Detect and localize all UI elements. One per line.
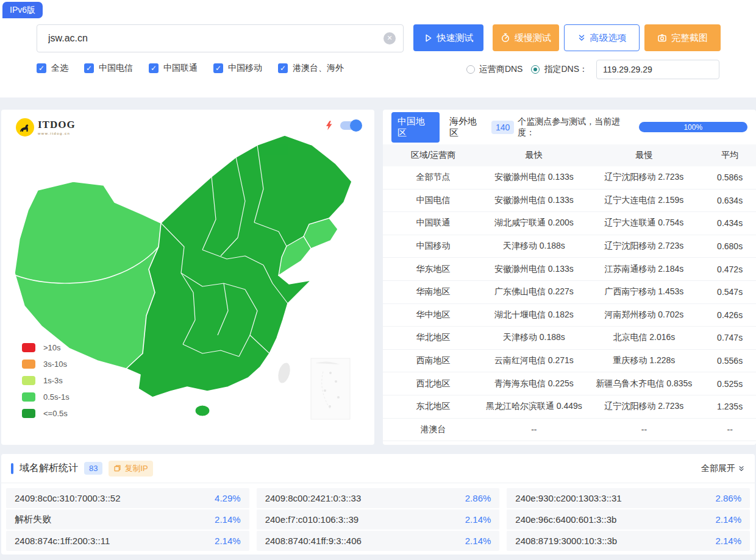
domain-input[interactable]	[37, 33, 383, 44]
tab-overseas-region[interactable]: 海外地区	[443, 112, 491, 143]
isp-checkbox[interactable]: ✓中国联通	[149, 63, 198, 74]
page: IPv6版 × 快速测试 缓慢测试 高级选项 完整截图 ✓全选✓中国电信✓中国联…	[0, 0, 756, 560]
table-cell: 0.556s	[704, 356, 756, 366]
clear-input-icon[interactable]: ×	[383, 32, 396, 44]
table-cell: 中国移动	[383, 241, 483, 252]
stopwatch-icon	[501, 33, 510, 43]
slow-test-label: 缓慢测试	[515, 32, 551, 44]
monitor-count-badge: 140	[491, 121, 514, 134]
legend-item: 1s-3s	[22, 376, 70, 385]
domain-input-wrap: ×	[37, 24, 404, 52]
table-cell: 辽宁沈阳移动 2.723s	[584, 401, 704, 412]
logo-title: ITDOG	[38, 119, 76, 130]
dns-count-badge: 83	[84, 462, 102, 475]
table-cell: 港澳台	[383, 424, 483, 435]
isp-checkbox[interactable]: ✓中国电信	[84, 63, 133, 74]
custom-dns-radio[interactable]: 指定DNS：	[531, 64, 588, 75]
table-cell: 西北地区	[383, 378, 483, 389]
legend-label: <=0.5s	[43, 409, 68, 418]
table-cell: 中国电信	[383, 195, 483, 206]
legend-swatch	[22, 376, 35, 385]
ip-address: 2409:8c00:2421:0:3::33	[265, 493, 362, 503]
table-cell: 湖北十堰电信 0.182s	[483, 310, 584, 321]
full-screenshot-button[interactable]: 完整截图	[644, 24, 721, 51]
table-cell: 辽宁沈阳移动 2.723s	[584, 172, 704, 183]
map-legend: >10s3s-10s1s-3s0.5s-1s<=0.5s	[22, 343, 70, 418]
table-row: 华东地区安徽滁州电信 0.133s江苏南通移动 2.184s0.472s	[383, 258, 756, 281]
table-row: 港澳台------	[383, 419, 756, 442]
checkbox-label: 中国电信	[99, 63, 133, 74]
table-cell: 安徽滁州电信 0.133s	[483, 264, 584, 275]
legend-item: >10s	[22, 343, 70, 352]
table-row: 东北地区黑龙江哈尔滨联通 0.449s辽宁沈阳移动 2.723s1.235s	[383, 395, 756, 419]
ip-stat-item: 2408:8740:41ff:9:3::4062.14%	[257, 531, 500, 551]
slow-test-button[interactable]: 缓慢测试	[493, 24, 559, 51]
checkbox-checked-icon: ✓	[37, 63, 46, 73]
ip-address: 240e:96c:6400:601:3::3b	[515, 514, 616, 525]
custom-dns-label: 指定DNS：	[544, 64, 588, 75]
results-col-header: 最慢	[584, 150, 704, 161]
radio-icon	[466, 65, 475, 74]
carrier-dns-radio[interactable]: 运营商DNS	[466, 64, 523, 75]
ip-address: 2408:8740:41ff:9:3::406	[265, 536, 362, 546]
checkbox-checked-icon: ✓	[278, 63, 288, 73]
ip-stat-item: 2409:8c00:2421:0:3::332.86%	[257, 488, 500, 508]
table-cell: 0.472s	[704, 264, 756, 274]
advanced-options-label: 高级选项	[590, 32, 627, 44]
map-card: ITDOG www.itdog.cn >10s3s-10s1s-3s0.5s-1…	[1, 110, 374, 445]
logo-subtitle: www.itdog.cn	[38, 132, 76, 135]
fast-test-button[interactable]: 快速测试	[413, 24, 483, 51]
ip-address: 解析失败	[15, 514, 51, 525]
checkbox-label: 中国联通	[163, 63, 198, 74]
table-cell: 0.680s	[704, 241, 756, 251]
legend-swatch	[22, 343, 35, 352]
ip-stat-item: 240e:f7:c010:106:3::392.14%	[257, 509, 500, 530]
ip-percent: 2.14%	[465, 514, 491, 525]
table-cell: 辽宁大连联通 0.754s	[584, 218, 704, 229]
legend-swatch	[22, 392, 35, 402]
progress-value: 100%	[683, 123, 702, 132]
isp-checkbox[interactable]: ✓中国移动	[213, 63, 262, 74]
ip-address: 2409:8c0c:310:7000:3::52	[15, 493, 120, 503]
ip-stat-item: 解析失败2.14%	[6, 509, 249, 530]
table-cell: 辽宁大连电信 2.159s	[584, 195, 704, 206]
ip-percent: 2.86%	[715, 493, 741, 503]
table-cell: 天津移动 0.188s	[483, 332, 584, 343]
ip-stat-item: 2409:8c0c:310:7000:3::524.29%	[6, 488, 249, 508]
ip-address: 240e:930:c200:1303:3::31	[515, 493, 621, 503]
isp-checkbox[interactable]: ✓全选	[37, 63, 68, 74]
table-row: 中国电信安徽滁州电信 0.133s辽宁大连电信 2.159s0.634s	[383, 190, 756, 213]
dns-stats-title: 域名解析统计	[20, 462, 78, 475]
itdog-logo: ITDOG www.itdog.cn	[16, 118, 76, 136]
table-cell: 华中地区	[383, 310, 483, 321]
copy-ip-button[interactable]: 复制IP	[109, 461, 152, 477]
tab-china-region[interactable]: 中国地区	[391, 112, 440, 143]
table-cell: 0.747s	[704, 333, 756, 342]
legend-label: 0.5s-1s	[43, 392, 70, 402]
table-row: 中国联通湖北咸宁联通 0.200s辽宁大连联通 0.754s0.434s	[383, 212, 756, 235]
ipv6-version-tab[interactable]: IPv6版	[2, 2, 43, 18]
table-cell: 天津移动 0.188s	[483, 241, 584, 252]
checkbox-checked-icon: ✓	[84, 63, 94, 73]
advanced-options-button[interactable]: 高级选项	[564, 24, 640, 51]
table-cell: 江苏南通移动 2.184s	[584, 264, 704, 275]
table-cell: 云南红河电信 0.271s	[483, 355, 584, 366]
ip-percent: 2.14%	[715, 514, 741, 525]
isp-checkbox[interactable]: ✓港澳台、海外	[278, 63, 344, 74]
expand-all-link[interactable]: 全部展开	[701, 463, 745, 474]
ip-percent: 2.14%	[215, 514, 241, 525]
progress-bar: 100%	[639, 122, 747, 132]
fast-test-label: 快速测试	[437, 32, 474, 44]
table-cell: 广西南宁移动 1.453s	[584, 286, 704, 297]
table-row: 华南地区广东佛山电信 0.227s广西南宁移动 1.453s0.547s	[383, 281, 756, 304]
monitor-info: 140 个监测点参与测试，当前进度： 100%	[491, 116, 747, 138]
double-chevron-down-icon	[738, 465, 745, 472]
table-row: 华北地区天津移动 0.188s北京电信 2.016s0.747s	[383, 327, 756, 350]
checkbox-label: 全选	[51, 63, 68, 74]
speed-toggle-switch[interactable]	[340, 121, 361, 130]
ip-stat-item: 240e:96c:6400:601:3::3b2.14%	[507, 509, 750, 530]
legend-label: 1s-3s	[43, 376, 63, 385]
dns-server-input[interactable]	[596, 60, 719, 79]
legend-item: 0.5s-1s	[22, 392, 70, 402]
checkbox-checked-icon: ✓	[213, 63, 223, 73]
